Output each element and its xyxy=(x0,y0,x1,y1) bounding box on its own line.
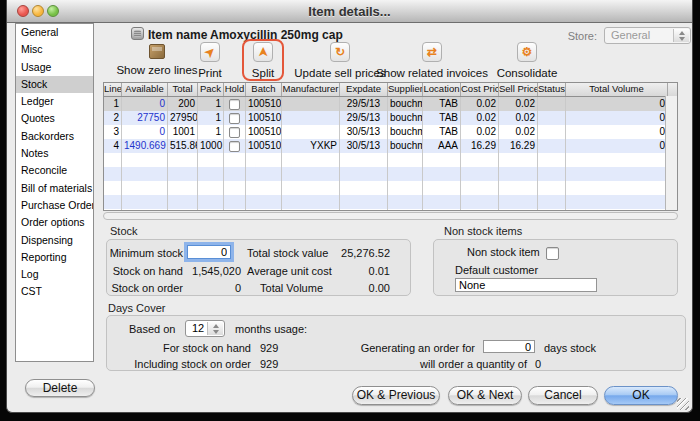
cell-available xyxy=(122,153,168,167)
column-header-manufacturer[interactable]: Manufacturer xyxy=(282,83,340,96)
column-header-sell-price[interactable]: Sell Price xyxy=(499,83,538,96)
months-stepper[interactable]: 12 xyxy=(185,320,225,337)
cell-total-volume: 0 xyxy=(566,97,668,111)
column-header-cost-price[interactable]: Cost Price xyxy=(461,83,499,96)
column-header-total[interactable]: Total xyxy=(168,83,198,96)
cell-manufacturer xyxy=(282,153,340,167)
window-resize-grip[interactable] xyxy=(677,398,689,410)
sidebar-item-reconcile[interactable]: Reconcile xyxy=(16,162,93,179)
sidebar-item-bill-of-materials[interactable]: Bill of materials xyxy=(16,180,93,197)
table-row[interactable]: 3010011100510830/5/13bouchmTAB0.020.020 xyxy=(104,125,677,139)
cell-line: 4 xyxy=(104,139,122,153)
invoice-transfer-icon: ⇄ xyxy=(422,42,442,62)
cell-cost-price: 0.02 xyxy=(461,125,499,139)
column-header-status[interactable]: Status xyxy=(538,83,566,96)
column-header-available[interactable]: Available xyxy=(122,83,168,96)
sidebar-item-general[interactable]: General xyxy=(16,24,93,41)
cell-total-volume xyxy=(566,195,668,209)
table-row[interactable]: 102001100510829/5/13bouchmTAB0.020.020 xyxy=(104,97,677,111)
stock-group-box: Minimum stock Total stock value 25,276.5… xyxy=(106,239,411,296)
stock-on-hand-label: Stock on hand xyxy=(109,265,183,277)
column-header-hold[interactable]: Hold xyxy=(224,83,246,96)
sidebar-item-order-options[interactable]: Order options xyxy=(16,214,93,231)
sidebar-item-ledger[interactable]: Ledger xyxy=(16,93,93,110)
table-row[interactable]: 41490.669515.86910001005108YXKP30/5/13bo… xyxy=(104,139,677,153)
table-empty-row[interactable] xyxy=(104,181,677,195)
cell-status xyxy=(538,195,566,209)
table-row[interactable]: 227750279501100510829/5/13bouchmTAB0.020… xyxy=(104,111,677,125)
cell-supplier: bouchm xyxy=(388,97,423,111)
sidebar-item-quotes[interactable]: Quotes xyxy=(16,110,93,127)
hold-checkbox[interactable] xyxy=(229,99,240,110)
cell-supplier xyxy=(388,209,423,211)
table-vertical-scrollbar[interactable] xyxy=(665,96,677,210)
sidebar-item-notes[interactable]: Notes xyxy=(16,145,93,162)
sidebar-item-cst[interactable]: CST xyxy=(16,283,93,300)
table-empty-row[interactable] xyxy=(104,153,677,167)
cell-line: 2 xyxy=(104,111,122,125)
days-cover-group-label: Days Cover xyxy=(108,302,165,314)
non-stock-item-checkbox[interactable] xyxy=(546,247,559,260)
cell-status xyxy=(538,125,566,139)
cell-status xyxy=(538,139,566,153)
table-empty-row[interactable] xyxy=(104,195,677,209)
non-stock-item-label: Non stock item xyxy=(467,246,540,258)
column-header-total-volume[interactable]: Total Volume xyxy=(566,83,668,96)
sidebar-item-stock[interactable]: Stock xyxy=(16,76,93,93)
minimum-stock-label: Minimum stock xyxy=(109,247,183,259)
cell-sell-price: 0.02 xyxy=(499,125,538,139)
ok-button[interactable]: OK xyxy=(604,386,678,405)
ok-next-button[interactable]: OK & Next xyxy=(448,386,522,405)
column-header-location[interactable]: Location xyxy=(423,83,461,96)
including-stock-on-order-label: Including stock on order xyxy=(117,358,251,370)
minimum-stock-input[interactable] xyxy=(187,245,231,259)
cell-manufacturer xyxy=(282,181,340,195)
cell-expdate xyxy=(340,209,388,211)
sidebar-item-backorders[interactable]: Backorders xyxy=(16,128,93,145)
store-select[interactable]: General xyxy=(604,27,691,44)
cell-batch xyxy=(246,195,282,209)
hold-checkbox[interactable] xyxy=(229,141,240,152)
default-customer-label: Default customer xyxy=(455,264,538,276)
stock-on-hand-value: 1,545,020 xyxy=(187,265,241,277)
default-customer-input[interactable] xyxy=(455,278,597,292)
cancel-button[interactable]: Cancel xyxy=(528,386,598,405)
column-header-expdate[interactable]: Expdate xyxy=(340,83,388,96)
sidebar-item-log[interactable]: Log xyxy=(16,266,93,283)
sidebar-item-purchase-orders[interactable]: Purchase Orders xyxy=(16,197,93,214)
cell-pack xyxy=(198,167,224,181)
table-empty-row[interactable] xyxy=(104,167,677,181)
hold-checkbox[interactable] xyxy=(229,113,240,124)
months-usage-label: months usage: xyxy=(235,323,307,335)
months-stepper-icon xyxy=(207,322,223,335)
consolidate-button[interactable]: ⚙ Consolidate xyxy=(470,42,584,79)
sidebar-item-misc[interactable]: Misc xyxy=(16,41,93,58)
delete-button[interactable]: Delete xyxy=(25,379,95,397)
cell-expdate xyxy=(340,153,388,167)
cell-line xyxy=(104,167,122,181)
hold-checkbox[interactable] xyxy=(229,127,240,138)
column-header-pack[interactable]: Pack xyxy=(198,83,224,96)
ok-previous-button[interactable]: OK & Previous xyxy=(352,386,440,405)
cell-expdate: 30/5/13 xyxy=(340,139,388,153)
table-empty-row[interactable] xyxy=(104,209,677,211)
non-stock-group-box: Non stock item Default customer xyxy=(433,239,678,296)
months-value: 12 xyxy=(192,322,204,334)
cell-expdate: 29/5/13 xyxy=(340,111,388,125)
column-header-supplier[interactable]: Supplier xyxy=(388,83,423,96)
sidebar-item-usage[interactable]: Usage xyxy=(16,59,93,76)
cell-total-volume xyxy=(566,181,668,195)
column-header-line[interactable]: Line xyxy=(104,83,122,96)
cell-total-volume xyxy=(566,153,668,167)
sidebar-item-dispensing[interactable]: Dispensing xyxy=(16,232,93,249)
cell-location xyxy=(423,195,461,209)
sidebar-item-reporting[interactable]: Reporting xyxy=(16,249,93,266)
cell-location xyxy=(423,209,461,211)
total-stock-value-label: Total stock value xyxy=(247,247,323,259)
refresh-icon: ↻ xyxy=(330,42,350,62)
store-label: Store: xyxy=(542,30,597,42)
column-header-batch[interactable]: Batch xyxy=(246,83,282,96)
days-stock-input[interactable] xyxy=(483,340,535,353)
table-horizontal-scrollbar[interactable] xyxy=(103,212,678,220)
based-on-label: Based on xyxy=(129,323,175,335)
